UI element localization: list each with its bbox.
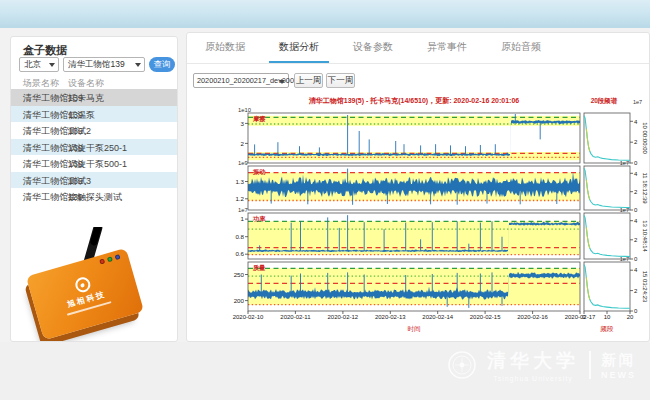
svg-text:1e7: 1e7	[633, 99, 642, 105]
search-button[interactable]: 查询	[149, 57, 175, 72]
svg-text:20: 20	[627, 314, 634, 320]
university-name: 清华大学 Tsinghua University	[487, 348, 579, 382]
svg-text:15 03:24:23: 15 03:24:23	[642, 271, 648, 303]
prev-week-button[interactable]: 上一周	[294, 73, 323, 88]
svg-text:2: 2	[634, 189, 638, 195]
chevron-down-icon	[279, 80, 285, 84]
tsinghua-seal-icon	[447, 350, 477, 380]
led-red	[99, 258, 105, 264]
svg-text:0: 0	[634, 256, 638, 262]
svg-text:2020-02-17: 2020-02-17	[565, 314, 596, 320]
panel-title: 盒子数据	[23, 43, 67, 58]
led-green	[107, 256, 113, 262]
svg-text:0: 0	[634, 160, 638, 166]
svg-text:1e9: 1e9	[238, 160, 248, 166]
svg-text:振动: 振动	[252, 168, 265, 176]
svg-text:2020-02-16: 2020-02-16	[517, 314, 548, 320]
tab-5[interactable]: 原始音频	[491, 33, 551, 63]
table-row[interactable]: 清华工物馆139托卡马克	[11, 89, 177, 106]
svg-text:1.3: 1.3	[235, 178, 244, 185]
svg-text:4: 4	[634, 171, 638, 177]
svg-text:1e7: 1e7	[620, 207, 629, 213]
svg-text:2020-02-11: 2020-02-11	[280, 314, 311, 320]
led-indicators	[99, 254, 121, 265]
svg-text:1e7: 1e7	[620, 160, 629, 166]
tab-2[interactable]: 数据分析	[269, 33, 329, 63]
top-header-band	[0, 0, 650, 28]
svg-text:功率: 功率	[252, 215, 266, 222]
svg-text:4: 4	[634, 218, 638, 224]
svg-text:0: 0	[634, 207, 638, 213]
svg-text:4: 4	[634, 267, 638, 273]
svg-text:0: 0	[634, 308, 638, 314]
svg-text:2020-02-15: 2020-02-15	[470, 314, 501, 320]
next-week-button[interactable]: 下一周	[326, 73, 355, 88]
tab-3[interactable]: 设备参数	[343, 33, 403, 63]
device-list-panel: 盒子数据 北京 清华工物馆139 查询 场景名称 设备名称 清华工物馆139托卡…	[10, 36, 178, 342]
svg-text:1e7: 1e7	[620, 256, 629, 262]
device-photo: 旭相科技	[15, 227, 165, 341]
device-box: 旭相科技	[26, 248, 144, 340]
led-blue	[114, 254, 120, 260]
svg-text:2020-02-13: 2020-02-13	[375, 314, 406, 320]
svg-text:清华工物馆139(5) - 托卡马克(14/6510)，更新: 清华工物馆139(5) - 托卡马克(14/6510)，更新: 2020-02-…	[309, 96, 520, 105]
svg-text:3: 3	[241, 120, 245, 127]
table-row[interactable]: 清华工物馆139接触探头测试	[11, 188, 177, 205]
svg-text:时间: 时间	[408, 325, 421, 333]
device-table: 清华工物馆139托卡马克清华工物馆139低温泵清华工物馆139测试2清华工物馆1…	[11, 89, 177, 205]
svg-text:1e7: 1e7	[238, 207, 248, 213]
analysis-chart: 清华工物馆139(5) - 托卡马克(14/6510)，更新: 2020-02-…	[228, 94, 650, 340]
region-select[interactable]: 北京	[19, 57, 59, 72]
svg-text:摩擦: 摩擦	[252, 115, 266, 123]
scene-select[interactable]: 清华工物馆139	[63, 57, 145, 72]
svg-text:1.2: 1.2	[235, 195, 244, 202]
table-row[interactable]: 清华工物馆139涡旋干泵500-1	[11, 155, 177, 172]
svg-text:250: 250	[234, 271, 245, 278]
svg-text:13 10:48:14: 13 10:48:14	[642, 220, 648, 252]
svg-text:4: 4	[634, 119, 638, 125]
tab-1[interactable]: 原始数据	[195, 33, 255, 63]
footer: 清华大学 Tsinghua University 新闻 NEWS	[0, 342, 650, 400]
svg-text:10: 10	[604, 314, 611, 320]
svg-text:10 00:00:00: 10 00:00:00	[642, 122, 648, 154]
table-row[interactable]: 清华工物馆139低温泵	[11, 106, 177, 123]
svg-text:1: 1	[241, 215, 245, 222]
table-row[interactable]: 清华工物馆139测试2	[11, 122, 177, 139]
vendor-logo-icon	[73, 276, 92, 295]
watermark-divider	[589, 351, 591, 379]
svg-text:2020-02-12: 2020-02-12	[328, 314, 359, 320]
svg-text:1e10: 1e10	[238, 107, 251, 113]
svg-text:0.6: 0.6	[235, 250, 244, 257]
svg-text:20段频谱: 20段频谱	[591, 97, 618, 105]
week-file-select[interactable]: 20200210_20200217_dev00014	[193, 73, 289, 88]
tabs: 原始数据数据分析设备参数异常事件原始音频	[195, 33, 551, 63]
chevron-down-icon	[135, 63, 141, 67]
chevron-down-icon	[49, 63, 55, 67]
svg-text:0.8: 0.8	[235, 233, 244, 240]
svg-text:2: 2	[241, 140, 245, 147]
tabs-divider	[187, 63, 649, 64]
svg-text:11 18:12:39: 11 18:12:39	[642, 172, 648, 204]
svg-text:质量: 质量	[252, 264, 265, 271]
news-badge: 新闻 NEWS	[601, 351, 636, 380]
svg-text:2020-02-10: 2020-02-10	[233, 314, 264, 320]
tsinghua-watermark: 清华大学 Tsinghua University 新闻 NEWS	[447, 348, 636, 382]
svg-text:2020-02-14: 2020-02-14	[422, 314, 453, 320]
svg-text:2: 2	[634, 288, 638, 294]
svg-text:200: 200	[234, 297, 245, 304]
table-row[interactable]: 清华工物馆139测试3	[11, 172, 177, 189]
svg-text:2: 2	[634, 237, 638, 243]
svg-text:频段: 频段	[600, 325, 615, 332]
table-row[interactable]: 清华工物馆139涡旋干泵250-1	[11, 139, 177, 156]
svg-text:2: 2	[634, 139, 638, 145]
tab-4[interactable]: 异常事件	[417, 33, 477, 63]
